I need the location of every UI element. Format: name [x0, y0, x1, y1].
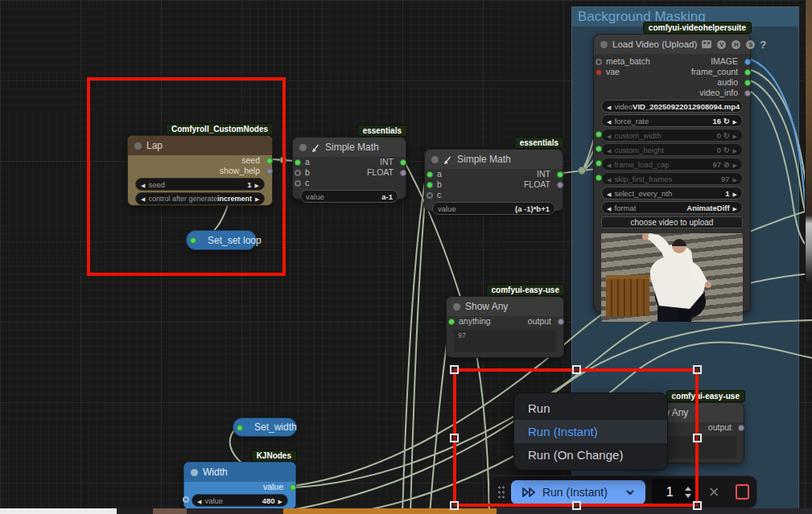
output-port-output[interactable]	[558, 319, 564, 325]
right-arrow-icon[interactable]	[730, 146, 737, 154]
node-load-video[interactable]: comfyui-videohelpersuite Load Video (Upl…	[593, 34, 751, 312]
output-label: audio	[717, 77, 738, 88]
node-title: Set_width	[254, 421, 297, 433]
left-arrow-icon[interactable]	[607, 160, 614, 169]
right-arrow-icon[interactable]	[730, 117, 737, 125]
left-arrow-icon[interactable]	[607, 189, 614, 198]
input-port-skip-first-frames[interactable]	[596, 175, 602, 181]
video-preview	[601, 233, 743, 322]
left-arrow-icon[interactable]	[607, 117, 614, 125]
output-label: INT	[537, 169, 550, 179]
left-arrow-icon[interactable]	[607, 102, 614, 111]
node-set-width[interactable]: Set_width	[233, 417, 297, 437]
selection-handle[interactable]	[450, 434, 459, 442]
output-port-audio[interactable]	[744, 80, 751, 86]
left-arrow-icon[interactable]	[607, 175, 614, 183]
widget-value[interactable]: value (a -1)*b+1	[432, 202, 555, 215]
left-arrow-icon[interactable]	[607, 146, 614, 154]
widget-format[interactable]: format AnimateDiff	[601, 201, 743, 214]
input-label: a	[437, 169, 442, 179]
widget-frame-load-cap[interactable]: frame_load_cap 97 ⊘	[601, 158, 743, 171]
widget-select-every-nth[interactable]: select_every_nth 1	[601, 187, 743, 199]
selection-handle[interactable]	[450, 501, 459, 510]
input-port-value[interactable]	[183, 496, 189, 503]
node-header[interactable]: Show Any	[447, 297, 563, 316]
widget-value[interactable]: value 480	[192, 494, 288, 507]
right-arrow-icon[interactable]	[730, 160, 737, 169]
output-port-video-info[interactable]	[744, 90, 751, 97]
right-arrow-icon[interactable]	[740, 102, 743, 111]
input-port-vae[interactable]	[596, 69, 602, 76]
node-header[interactable]: Simple Math	[425, 150, 563, 169]
close-icon[interactable]: ×	[709, 484, 719, 500]
selection-rectangle-1	[87, 77, 286, 276]
input-port-c[interactable]	[295, 180, 301, 187]
output-port-image[interactable]	[744, 59, 751, 65]
node-header[interactable]: Load Video (Upload) V H S ?	[594, 35, 750, 54]
collapse-dot-icon[interactable]	[299, 144, 307, 151]
widget-force-rate[interactable]: force_rate 16 ↻	[601, 114, 743, 127]
input-label: b	[305, 167, 310, 178]
input-port-a[interactable]	[427, 171, 433, 178]
input-port-custom-width[interactable]	[596, 131, 602, 138]
choose-video-button[interactable]: choose video to upload	[601, 216, 743, 228]
wire	[410, 183, 427, 514]
node-header[interactable]: Width	[184, 463, 295, 482]
node-simple-math-2[interactable]: essentials Simple Math a INT b FLOAT c v…	[424, 149, 563, 212]
left-arrow-icon[interactable]	[607, 204, 614, 212]
node-title: Simple Math	[457, 154, 511, 165]
input-port[interactable]	[237, 425, 243, 431]
collapse-dot-icon[interactable]	[600, 41, 608, 48]
selection-handle[interactable]	[693, 501, 702, 510]
left-arrow-icon[interactable]	[197, 496, 204, 505]
left-arrow-icon[interactable]	[607, 131, 614, 140]
collapse-dot-icon[interactable]	[191, 469, 198, 476]
right-arrow-icon[interactable]	[730, 189, 737, 198]
input-port-anything[interactable]	[448, 319, 455, 325]
output-port-value[interactable]	[290, 484, 296, 491]
output-port-float[interactable]	[400, 170, 406, 176]
input-port-b[interactable]	[295, 170, 301, 176]
node-width[interactable]: KJNodes Width value value 480	[183, 462, 296, 510]
right-arrow-icon[interactable]	[730, 175, 737, 183]
node-title: Show Any	[465, 301, 508, 312]
collapse-dot-icon[interactable]	[453, 303, 460, 310]
right-arrow-icon[interactable]	[275, 496, 282, 505]
input-port-frame-load-cap[interactable]	[596, 160, 602, 167]
node-simple-math-1[interactable]: essentials Simple Math a INT b FLOAT c v…	[292, 137, 406, 199]
widget-video[interactable]: video VID_20250922012908094.mp4	[601, 100, 743, 113]
right-arrow-icon[interactable]	[730, 204, 737, 212]
selection-handle[interactable]	[572, 501, 581, 510]
vhs-s-icon: S	[746, 40, 755, 49]
output-port-float[interactable]	[557, 182, 563, 188]
node-header[interactable]: Simple Math	[293, 138, 406, 157]
selection-handle[interactable]	[450, 365, 459, 374]
help-icon[interactable]: ?	[760, 39, 766, 51]
input-port-a[interactable]	[295, 159, 301, 166]
input-port-meta-batch[interactable]	[596, 59, 602, 65]
widget-skip-first-frames[interactable]: skip_first_frames 97	[601, 172, 743, 185]
widget-custom-width[interactable]: custom_width 0 ↻	[601, 129, 743, 142]
input-label: c	[437, 190, 441, 200]
input-label: b	[437, 179, 442, 190]
bottom-strip-segment	[117, 508, 153, 514]
node-show-any-1[interactable]: comfyui-easy-use Show Any anything outpu…	[446, 296, 564, 358]
collapse-dot-icon[interactable]	[431, 156, 439, 163]
input-port-c[interactable]	[427, 192, 433, 199]
node-editor-canvas[interactable]: Background Masking	[0, 0, 812, 514]
right-arrow-icon[interactable]	[730, 131, 737, 140]
widget-custom-height[interactable]: custom_height 0 ↻	[601, 143, 743, 156]
input-port-b[interactable]	[427, 182, 433, 188]
widget-value[interactable]: value a-1	[300, 190, 398, 203]
input-port-custom-height[interactable]	[596, 146, 602, 152]
output-port-frame-count[interactable]	[744, 69, 751, 76]
selection-handle[interactable]	[693, 434, 702, 442]
output-label: INT	[380, 157, 394, 167]
output-port-int[interactable]	[400, 159, 406, 166]
stop-button[interactable]	[736, 484, 749, 500]
selection-handle[interactable]	[693, 365, 702, 374]
selection-handle[interactable]	[572, 365, 581, 374]
output-port-output[interactable]	[738, 425, 744, 431]
output-port-int[interactable]	[557, 171, 563, 178]
show-any-content[interactable]: 97	[454, 330, 556, 352]
